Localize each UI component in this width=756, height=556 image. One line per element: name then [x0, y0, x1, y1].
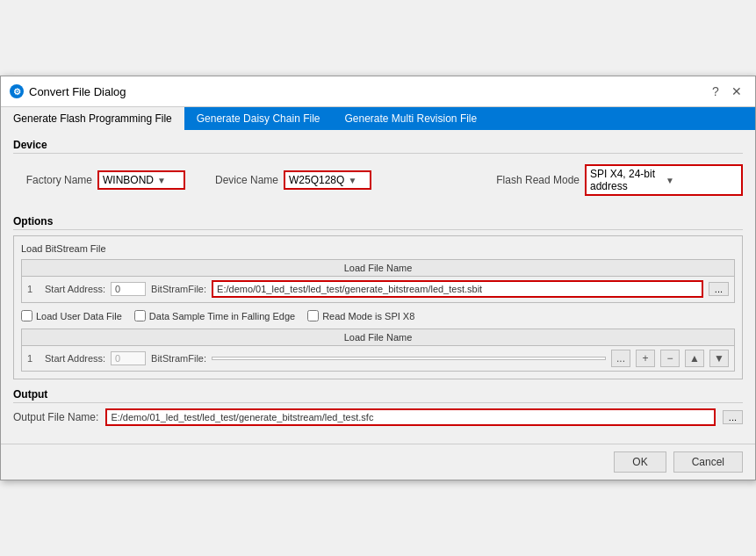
- bitstream-table: Load File Name 1 Start Address: BitStram…: [21, 259, 735, 303]
- device-name-row: Device Name W25Q128Q ▼: [199, 170, 371, 190]
- user-add-button[interactable]: +: [636, 350, 655, 367]
- dialog-footer: OK Cancel: [1, 444, 755, 480]
- load-user-data-checkbox[interactable]: [21, 310, 32, 321]
- dialog-content: Device Factory Name WINBOND ▼ Device Nam…: [1, 130, 755, 444]
- tab-daisy[interactable]: Generate Daisy Chain File: [184, 107, 333, 130]
- flash-read-dropdown-arrow: ▼: [666, 176, 738, 185]
- user-data-table-header: Load File Name: [22, 329, 734, 346]
- user-start-address-input[interactable]: [111, 351, 146, 365]
- tab-multi[interactable]: Generate Multi Revision File: [332, 107, 489, 130]
- help-button[interactable]: ?: [706, 82, 725, 101]
- user-data-table: Load File Name 1 Start Address: BitStram…: [21, 329, 735, 372]
- convert-file-dialog: ⚙ Convert File Dialog ? ✕ Generate Flash…: [0, 76, 756, 480]
- close-button[interactable]: ✕: [727, 82, 746, 101]
- device-name-label: Device Name: [199, 174, 278, 186]
- output-file-path[interactable]: E:/demo/01_led_test/led_test/generate_bi…: [105, 408, 715, 426]
- user-bitstream-file-label: BitStramFile:: [151, 353, 206, 364]
- load-user-data-checkbox-item[interactable]: Load User Data File: [21, 310, 122, 321]
- device-name-select[interactable]: W25Q128Q ▼: [284, 170, 371, 190]
- tab-bar: Generate Flash Programming File Generate…: [1, 107, 755, 130]
- device-section-title: Device: [13, 139, 743, 154]
- output-section-title: Output: [13, 388, 743, 403]
- start-address-label: Start Address:: [45, 284, 105, 294]
- output-file-label: Output File Name:: [13, 411, 98, 423]
- flash-read-row: Flash Read Mode SPI X4, 24-bit address ▼: [496, 164, 743, 196]
- flash-read-label: Flash Read Mode: [496, 174, 580, 186]
- checkboxes-row: Load User Data File Data Sample Time in …: [21, 310, 735, 321]
- output-row: Output File Name: E:/demo/01_led_test/le…: [13, 408, 743, 426]
- flash-read-select[interactable]: SPI X4, 24-bit address ▼: [585, 164, 743, 196]
- options-section: Options Load BitStream File Load File Na…: [13, 215, 743, 379]
- user-start-address-label: Start Address:: [45, 353, 105, 364]
- dialog-icon: ⚙: [10, 84, 24, 98]
- bitstream-file-label: BitStramFile:: [151, 284, 206, 294]
- factory-dropdown-arrow: ▼: [157, 176, 180, 185]
- data-sample-checkbox[interactable]: [134, 310, 146, 321]
- user-browse-button[interactable]: ...: [611, 350, 630, 367]
- user-down-button[interactable]: ▼: [709, 350, 729, 367]
- title-bar: ⚙ Convert File Dialog ? ✕: [1, 76, 755, 107]
- options-inner: Load BitStream File Load File Name 1 Sta…: [13, 235, 743, 379]
- output-section: Output Output File Name: E:/demo/01_led_…: [13, 388, 743, 426]
- user-data-table-row: 1 Start Address: BitStramFile: ... + − ▲…: [22, 346, 734, 371]
- bitstream-table-header: Load File Name: [22, 260, 734, 277]
- device-section: Device Factory Name WINBOND ▼ Device Nam…: [13, 139, 743, 206]
- user-row-number: 1: [27, 353, 40, 364]
- bitstream-browse-button[interactable]: ...: [709, 282, 729, 296]
- ok-button[interactable]: OK: [614, 451, 666, 473]
- start-address-input[interactable]: [111, 282, 146, 296]
- read-mode-checkbox[interactable]: [307, 310, 319, 321]
- row-number: 1: [27, 284, 40, 294]
- load-bitstream-title: Load BitStream File: [21, 243, 735, 254]
- cancel-button[interactable]: Cancel: [673, 451, 743, 473]
- bitstream-file-path: E:/demo/01_led_test/led_test/generate_bi…: [212, 280, 703, 298]
- title-bar-controls: ? ✕: [706, 82, 746, 101]
- dialog-title: Convert File Dialog: [29, 85, 701, 98]
- read-mode-checkbox-item[interactable]: Read Mode is SPI X8: [307, 310, 414, 321]
- output-browse-button[interactable]: ...: [723, 410, 743, 424]
- data-sample-checkbox-item[interactable]: Data Sample Time in Falling Edge: [134, 310, 295, 321]
- bitstream-table-row: 1 Start Address: BitStramFile: E:/demo/0…: [22, 277, 734, 302]
- user-remove-button[interactable]: −: [660, 350, 680, 367]
- factory-row: Factory Name WINBOND ▼: [13, 170, 185, 190]
- tab-flash[interactable]: Generate Flash Programming File: [1, 107, 184, 130]
- user-up-button[interactable]: ▲: [685, 350, 704, 367]
- user-file-path: [212, 357, 606, 360]
- factory-name-select[interactable]: WINBOND ▼: [97, 170, 185, 190]
- options-section-title: Options: [13, 215, 743, 230]
- factory-name-label: Factory Name: [13, 174, 92, 186]
- device-dropdown-arrow: ▼: [348, 176, 366, 185]
